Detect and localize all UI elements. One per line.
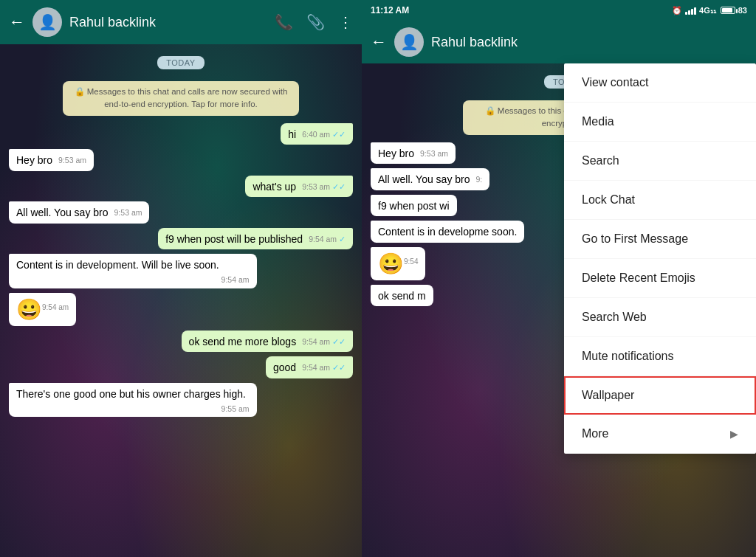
right-message-bubble: ok send m bbox=[371, 285, 433, 307]
battery-level: 83 bbox=[738, 6, 747, 15]
message-bubble: Content is in development. Will be live … bbox=[9, 254, 257, 288]
back-button[interactable]: ← bbox=[9, 13, 25, 32]
left-chat-panel: ← 👤 Rahul backlink 📞 📎 ⋮ TODAY 🔒 Message… bbox=[0, 0, 362, 557]
message-bubble: Hey bro 9:53 am bbox=[9, 149, 94, 171]
status-time: 11:12 AM bbox=[371, 5, 409, 15]
date-chip: TODAY bbox=[157, 56, 204, 69]
attach-icon[interactable]: 📎 bbox=[306, 13, 325, 31]
status-icons: ⏰ 4G₁₁ 83 bbox=[672, 6, 747, 15]
menu-item-label: View contact bbox=[582, 76, 648, 89]
right-chat-panel: 11:12 AM ⏰ 4G₁₁ 83 ← 👤 Rahul backlink TO… bbox=[362, 0, 756, 557]
contact-name[interactable]: Rahul backlink bbox=[69, 15, 267, 30]
menu-item-search[interactable]: Search bbox=[564, 142, 756, 181]
menu-item-view-contact[interactable]: View contact bbox=[564, 63, 756, 103]
phone-icon[interactable]: 📞 bbox=[275, 13, 293, 31]
system-message[interactable]: 🔒 Messages to this chat and calls are no… bbox=[63, 81, 299, 116]
menu-item-label: Wallpaper bbox=[582, 389, 634, 402]
message-bubble: hi 6:40 am ✓✓ bbox=[281, 123, 353, 145]
message-bubble: There's one good one but his owner charg… bbox=[9, 383, 257, 417]
menu-item-label: Lock Chat bbox=[582, 193, 635, 207]
right-message-bubble: Hey bro 9:53 am bbox=[371, 142, 456, 165]
right-avatar: 👤 bbox=[394, 27, 424, 57]
menu-item-wallpaper[interactable]: Wallpaper bbox=[564, 376, 756, 415]
right-contact-name[interactable]: Rahul backlink bbox=[431, 35, 747, 50]
menu-item-more[interactable]: More ▶ bbox=[564, 415, 756, 454]
alarm-icon: ⏰ bbox=[672, 6, 682, 15]
message-bubble: All well. You say bro 9:53 am bbox=[9, 201, 149, 224]
menu-item-label: Search bbox=[582, 154, 619, 167]
left-chat-body: TODAY 🔒 Messages to this chat and calls … bbox=[0, 44, 362, 557]
menu-item-label: Search Web bbox=[582, 311, 647, 324]
message-bubble: good 9:54 am ✓✓ bbox=[266, 356, 353, 378]
menu-item-media[interactable]: Media bbox=[564, 103, 756, 142]
right-message-bubble: f9 when post wi bbox=[371, 195, 457, 217]
menu-item-delete-emojis[interactable]: Delete Recent Emojis bbox=[564, 259, 756, 298]
context-menu: View contact Media Search Lock Chat Go t… bbox=[564, 63, 756, 454]
avatar: 👤 bbox=[32, 7, 62, 37]
menu-item-mute[interactable]: Mute notifications bbox=[564, 337, 756, 376]
menu-item-label: Mute notifications bbox=[582, 350, 674, 363]
menu-item-lock-chat[interactable]: Lock Chat bbox=[564, 181, 756, 220]
emoji-bubble: 😀 9:54 am bbox=[9, 293, 76, 326]
header-action-icons: 📞 📎 ⋮ bbox=[275, 13, 353, 31]
signal-icon bbox=[685, 6, 696, 15]
battery-icon bbox=[721, 7, 735, 14]
menu-item-label: Media bbox=[582, 115, 614, 128]
right-message-bubble: Content is in developme soon. bbox=[371, 221, 524, 243]
network-type: 4G₁₁ bbox=[699, 6, 716, 15]
right-chat-header: ← 👤 Rahul backlink bbox=[362, 21, 756, 63]
right-back-button[interactable]: ← bbox=[371, 32, 387, 52]
menu-item-go-to-first[interactable]: Go to First Message bbox=[564, 220, 756, 259]
menu-item-label: More bbox=[582, 427, 608, 440]
menu-item-label: Go to First Message bbox=[582, 232, 688, 246]
right-message-bubble: All well. You say bro 9: bbox=[371, 168, 489, 190]
status-bar: 11:12 AM ⏰ 4G₁₁ 83 bbox=[362, 0, 756, 21]
menu-icon[interactable]: ⋮ bbox=[338, 13, 353, 31]
menu-item-search-web[interactable]: Search Web bbox=[564, 298, 756, 337]
right-emoji-bubble: 😀 9:54 bbox=[371, 247, 425, 280]
left-chat-header: ← 👤 Rahul backlink 📞 📎 ⋮ bbox=[0, 0, 362, 44]
message-bubble: ok send me more blogs 9:54 am ✓✓ bbox=[182, 331, 353, 353]
message-bubble: f9 when post will be published 9:54 am ✓ bbox=[158, 228, 353, 250]
message-bubble: what's up 9:53 am ✓✓ bbox=[245, 176, 353, 198]
chevron-right-icon: ▶ bbox=[730, 428, 738, 440]
menu-item-label: Delete Recent Emojis bbox=[582, 271, 695, 285]
